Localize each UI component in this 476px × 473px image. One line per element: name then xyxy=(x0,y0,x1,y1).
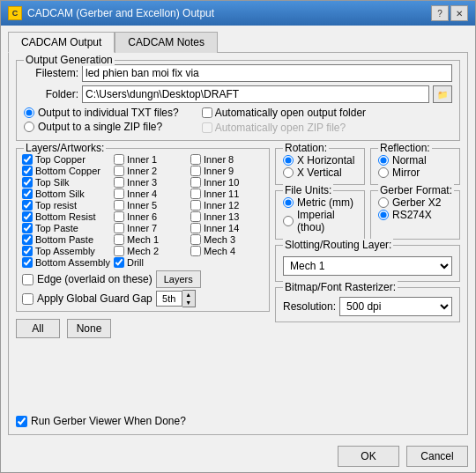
guard-gap-checkbox[interactable] xyxy=(22,293,33,305)
file-units-label: File Units: xyxy=(283,184,333,196)
rotation-xh-radio[interactable] xyxy=(283,155,294,166)
edge-label: Edge (overlaid on these) xyxy=(37,273,152,285)
layer-mech2-label: Mech 2 xyxy=(127,246,159,256)
layer-top-assembly-checkbox[interactable] xyxy=(22,246,33,256)
title-bar: C CADCAM (Gerber and Excellon) Output ? … xyxy=(1,1,475,26)
layer-inner11-checkbox[interactable] xyxy=(190,188,201,199)
gerber-x2-label: Gerber X2 xyxy=(392,196,441,209)
layer-inner13-checkbox[interactable] xyxy=(190,211,201,222)
layer-top-silk-label: Top Silk xyxy=(35,177,70,188)
reflection-mirror-radio[interactable] xyxy=(378,167,389,178)
layers-col1: Top Copper Bottom Copper Top Silk xyxy=(22,154,110,269)
help-button[interactable]: ? xyxy=(431,5,449,21)
rotation-xh-label: X Horizontal xyxy=(297,154,354,166)
output-txt-radio[interactable] xyxy=(24,107,34,118)
list-item: Inner 14 xyxy=(190,223,264,233)
output-zip-radio[interactable] xyxy=(24,122,34,132)
slotting-label: Slotting/Routing Layer: xyxy=(283,239,393,251)
spinner-down-arrow[interactable]: ▼ xyxy=(182,299,195,307)
list-item: Inner 5 xyxy=(114,200,187,211)
layers-button[interactable]: Layers xyxy=(156,270,201,288)
reflection-normal-radio[interactable] xyxy=(378,155,389,166)
run-gerber-checkbox[interactable] xyxy=(16,416,27,427)
layer-drill-checkbox[interactable] xyxy=(114,257,124,268)
layer-inner8-checkbox[interactable] xyxy=(190,154,201,165)
title-bar-left: C CADCAM (Gerber and Excellon) Output xyxy=(8,6,214,20)
browse-button[interactable]: 📁 xyxy=(433,85,452,103)
layer-top-resist-checkbox[interactable] xyxy=(22,200,33,211)
list-item: Bottom Resist xyxy=(22,211,110,222)
spinner-up-arrow[interactable]: ▲ xyxy=(182,291,195,299)
none-button[interactable]: None xyxy=(67,319,111,338)
ok-button[interactable]: OK xyxy=(338,446,399,467)
layer-inner9-checkbox[interactable] xyxy=(190,166,201,176)
units-imperial-radio[interactable] xyxy=(283,216,294,226)
layer-mech1-checkbox[interactable] xyxy=(114,234,124,245)
layer-top-silk-checkbox[interactable] xyxy=(22,177,33,188)
guard-gap-spinner[interactable] xyxy=(156,291,182,307)
units-metric-radio[interactable] xyxy=(283,197,294,208)
layers-grid: Top Copper Bottom Copper Top Silk xyxy=(22,154,264,269)
resolution-dropdown[interactable]: 500 dpi xyxy=(339,297,452,316)
layer-mech3-checkbox[interactable] xyxy=(190,234,201,245)
bitmap-font-group: Bitmap/Font Rasterizer: Resolution: 500 … xyxy=(275,287,460,322)
layer-inner13-label: Inner 13 xyxy=(204,211,239,222)
list-item: Inner 2 xyxy=(114,166,187,176)
tab-cadcam-notes[interactable]: CADCAM Notes xyxy=(115,32,218,53)
gerber-rs274x-radio[interactable] xyxy=(378,210,389,220)
layer-bottom-resist-checkbox[interactable] xyxy=(22,211,33,222)
rotation-xh-row: X Horizontal xyxy=(283,154,357,166)
layer-top-paste-checkbox[interactable] xyxy=(22,223,33,233)
window-icon: C xyxy=(8,6,22,20)
auto-open-folder-row: Automatically open output folder xyxy=(202,107,366,119)
edge-row: Edge (overlaid on these) Layers xyxy=(22,270,264,288)
filestem-input[interactable] xyxy=(82,64,452,82)
layer-mech4-checkbox[interactable] xyxy=(190,246,201,256)
layer-inner2-checkbox[interactable] xyxy=(114,166,124,176)
layer-inner7-checkbox[interactable] xyxy=(114,223,124,233)
layer-inner10-checkbox[interactable] xyxy=(190,177,201,188)
layer-inner10-label: Inner 10 xyxy=(204,177,239,188)
edge-checkbox[interactable] xyxy=(22,274,33,285)
layer-bottom-paste-checkbox[interactable] xyxy=(22,234,33,245)
auto-open-zip-checkbox[interactable] xyxy=(202,122,212,133)
layer-inner5-checkbox[interactable] xyxy=(114,200,124,211)
rotation-xv-radio[interactable] xyxy=(283,167,294,178)
list-item: Bottom Paste xyxy=(22,234,110,245)
layer-inner3-checkbox[interactable] xyxy=(114,177,124,188)
list-item: Inner 11 xyxy=(190,188,264,199)
layer-inner1-checkbox[interactable] xyxy=(114,154,124,165)
layers-section: Layers/Artworks: Top Copper Bot xyxy=(16,148,270,312)
layer-inner8-label: Inner 8 xyxy=(204,154,234,165)
layer-mech2-checkbox[interactable] xyxy=(114,246,124,256)
layer-top-copper-checkbox[interactable] xyxy=(22,154,33,165)
gerber-x2-radio[interactable] xyxy=(378,197,389,208)
auto-open-folder-checkbox[interactable] xyxy=(202,107,212,118)
layer-inner14-checkbox[interactable] xyxy=(190,223,201,233)
list-item: Top resist xyxy=(22,200,110,211)
layer-inner4-checkbox[interactable] xyxy=(114,188,124,199)
list-item: Inner 1 xyxy=(114,154,187,165)
main-body: Layers/Artworks: Top Copper Bot xyxy=(16,148,460,408)
file-units-group: File Units: Metric (mm) Imperial (thou) xyxy=(275,190,365,240)
layer-inner12-checkbox[interactable] xyxy=(190,200,201,211)
gerber-format-group: Gerber Format: Gerber X2 RS274X xyxy=(370,190,460,240)
rotation-group: Rotation: X Horizontal X Vertical xyxy=(275,148,365,185)
layer-bottom-silk-checkbox[interactable] xyxy=(22,188,33,199)
folder-input[interactable] xyxy=(82,85,429,103)
layer-bottom-copper-checkbox[interactable] xyxy=(22,166,33,176)
cancel-button[interactable]: Cancel xyxy=(406,446,468,467)
rotation-xv-row: X Vertical xyxy=(283,166,357,179)
layers-col3: Inner 8 Inner 9 Inner 10 xyxy=(190,154,264,269)
slotting-dropdown[interactable]: Mech 1 xyxy=(283,256,452,276)
close-button[interactable]: ✕ xyxy=(450,5,468,21)
all-button[interactable]: All xyxy=(16,319,60,338)
list-item: Top Assembly xyxy=(22,246,110,256)
list-item: Inner 6 xyxy=(114,211,187,222)
layer-bottom-assembly-checkbox[interactable] xyxy=(22,257,33,268)
layer-inner6-checkbox[interactable] xyxy=(114,211,124,222)
tab-cadcam-output[interactable]: CADCAM Output xyxy=(8,32,115,53)
layer-inner1-label: Inner 1 xyxy=(127,154,157,165)
content-area: CADCAM Output CADCAM Notes Output Genera… xyxy=(1,26,475,440)
layer-inner5-label: Inner 5 xyxy=(127,200,157,211)
